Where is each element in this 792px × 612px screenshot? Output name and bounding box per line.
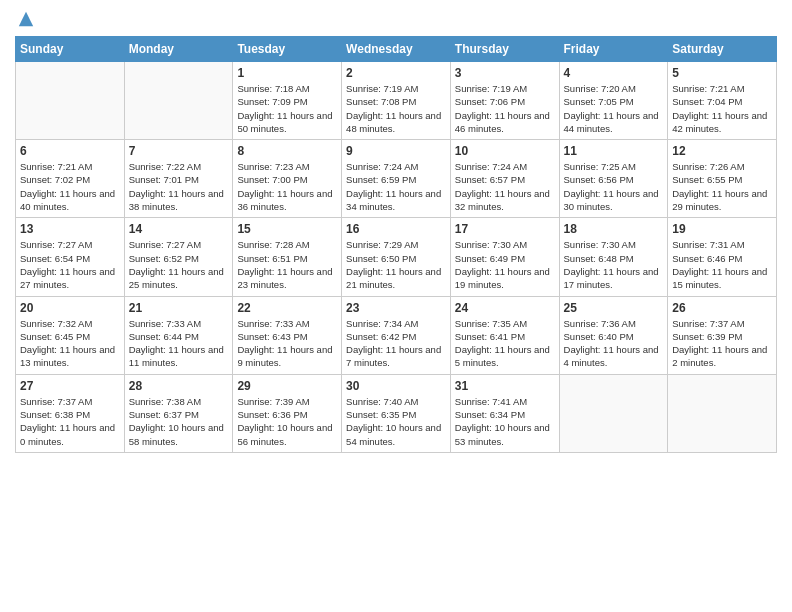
day-info: Sunrise: 7:22 AMSunset: 7:01 PMDaylight:… [129,160,229,213]
day-number: 13 [20,222,120,236]
page-header [15,10,777,28]
calendar-day-cell: 21Sunrise: 7:33 AMSunset: 6:44 PMDayligh… [124,296,233,374]
day-info: Sunrise: 7:21 AMSunset: 7:02 PMDaylight:… [20,160,120,213]
day-info: Sunrise: 7:28 AMSunset: 6:51 PMDaylight:… [237,238,337,291]
day-number: 19 [672,222,772,236]
day-info: Sunrise: 7:34 AMSunset: 6:42 PMDaylight:… [346,317,446,370]
day-number: 24 [455,301,555,315]
day-number: 29 [237,379,337,393]
svg-marker-0 [19,12,33,26]
day-info: Sunrise: 7:27 AMSunset: 6:52 PMDaylight:… [129,238,229,291]
day-info: Sunrise: 7:31 AMSunset: 6:46 PMDaylight:… [672,238,772,291]
calendar-day-cell: 31Sunrise: 7:41 AMSunset: 6:34 PMDayligh… [450,374,559,452]
calendar-day-cell: 10Sunrise: 7:24 AMSunset: 6:57 PMDayligh… [450,140,559,218]
day-info: Sunrise: 7:27 AMSunset: 6:54 PMDaylight:… [20,238,120,291]
day-info: Sunrise: 7:33 AMSunset: 6:44 PMDaylight:… [129,317,229,370]
calendar-week-row: 20Sunrise: 7:32 AMSunset: 6:45 PMDayligh… [16,296,777,374]
day-number: 17 [455,222,555,236]
calendar-week-row: 13Sunrise: 7:27 AMSunset: 6:54 PMDayligh… [16,218,777,296]
day-number: 22 [237,301,337,315]
day-info: Sunrise: 7:20 AMSunset: 7:05 PMDaylight:… [564,82,664,135]
calendar-day-header: Friday [559,37,668,62]
calendar-day-cell: 25Sunrise: 7:36 AMSunset: 6:40 PMDayligh… [559,296,668,374]
calendar-day-cell: 13Sunrise: 7:27 AMSunset: 6:54 PMDayligh… [16,218,125,296]
day-number: 28 [129,379,229,393]
day-info: Sunrise: 7:25 AMSunset: 6:56 PMDaylight:… [564,160,664,213]
calendar-day-cell: 12Sunrise: 7:26 AMSunset: 6:55 PMDayligh… [668,140,777,218]
calendar-header-row: SundayMondayTuesdayWednesdayThursdayFrid… [16,37,777,62]
day-info: Sunrise: 7:29 AMSunset: 6:50 PMDaylight:… [346,238,446,291]
day-info: Sunrise: 7:41 AMSunset: 6:34 PMDaylight:… [455,395,555,448]
logo [15,10,35,28]
day-number: 21 [129,301,229,315]
day-info: Sunrise: 7:37 AMSunset: 6:38 PMDaylight:… [20,395,120,448]
day-number: 10 [455,144,555,158]
calendar-week-row: 27Sunrise: 7:37 AMSunset: 6:38 PMDayligh… [16,374,777,452]
logo-icon [17,10,35,28]
day-info: Sunrise: 7:38 AMSunset: 6:37 PMDaylight:… [129,395,229,448]
calendar-day-cell: 23Sunrise: 7:34 AMSunset: 6:42 PMDayligh… [342,296,451,374]
day-number: 31 [455,379,555,393]
calendar-day-header: Wednesday [342,37,451,62]
day-number: 18 [564,222,664,236]
day-number: 14 [129,222,229,236]
day-number: 16 [346,222,446,236]
calendar-day-cell: 9Sunrise: 7:24 AMSunset: 6:59 PMDaylight… [342,140,451,218]
calendar-day-header: Thursday [450,37,559,62]
calendar-day-cell: 7Sunrise: 7:22 AMSunset: 7:01 PMDaylight… [124,140,233,218]
day-number: 12 [672,144,772,158]
day-info: Sunrise: 7:39 AMSunset: 6:36 PMDaylight:… [237,395,337,448]
day-number: 5 [672,66,772,80]
day-info: Sunrise: 7:23 AMSunset: 7:00 PMDaylight:… [237,160,337,213]
calendar-day-cell: 29Sunrise: 7:39 AMSunset: 6:36 PMDayligh… [233,374,342,452]
calendar-day-header: Tuesday [233,37,342,62]
day-info: Sunrise: 7:32 AMSunset: 6:45 PMDaylight:… [20,317,120,370]
day-number: 27 [20,379,120,393]
day-number: 7 [129,144,229,158]
calendar-day-cell [668,374,777,452]
calendar-day-cell: 2Sunrise: 7:19 AMSunset: 7:08 PMDaylight… [342,62,451,140]
day-info: Sunrise: 7:36 AMSunset: 6:40 PMDaylight:… [564,317,664,370]
calendar-day-cell: 8Sunrise: 7:23 AMSunset: 7:00 PMDaylight… [233,140,342,218]
calendar-day-cell [16,62,125,140]
calendar-day-header: Saturday [668,37,777,62]
day-info: Sunrise: 7:30 AMSunset: 6:49 PMDaylight:… [455,238,555,291]
day-number: 2 [346,66,446,80]
day-number: 23 [346,301,446,315]
calendar-day-cell [559,374,668,452]
day-number: 30 [346,379,446,393]
day-info: Sunrise: 7:21 AMSunset: 7:04 PMDaylight:… [672,82,772,135]
calendar-day-cell: 1Sunrise: 7:18 AMSunset: 7:09 PMDaylight… [233,62,342,140]
calendar-day-cell: 11Sunrise: 7:25 AMSunset: 6:56 PMDayligh… [559,140,668,218]
day-info: Sunrise: 7:30 AMSunset: 6:48 PMDaylight:… [564,238,664,291]
calendar-day-cell: 6Sunrise: 7:21 AMSunset: 7:02 PMDaylight… [16,140,125,218]
calendar-week-row: 1Sunrise: 7:18 AMSunset: 7:09 PMDaylight… [16,62,777,140]
day-info: Sunrise: 7:24 AMSunset: 6:57 PMDaylight:… [455,160,555,213]
calendar-day-cell: 15Sunrise: 7:28 AMSunset: 6:51 PMDayligh… [233,218,342,296]
calendar-day-cell: 20Sunrise: 7:32 AMSunset: 6:45 PMDayligh… [16,296,125,374]
day-number: 25 [564,301,664,315]
day-number: 6 [20,144,120,158]
calendar-table: SundayMondayTuesdayWednesdayThursdayFrid… [15,36,777,453]
day-info: Sunrise: 7:40 AMSunset: 6:35 PMDaylight:… [346,395,446,448]
day-info: Sunrise: 7:19 AMSunset: 7:06 PMDaylight:… [455,82,555,135]
day-number: 9 [346,144,446,158]
calendar-day-cell: 26Sunrise: 7:37 AMSunset: 6:39 PMDayligh… [668,296,777,374]
day-info: Sunrise: 7:35 AMSunset: 6:41 PMDaylight:… [455,317,555,370]
day-info: Sunrise: 7:37 AMSunset: 6:39 PMDaylight:… [672,317,772,370]
day-info: Sunrise: 7:18 AMSunset: 7:09 PMDaylight:… [237,82,337,135]
day-info: Sunrise: 7:26 AMSunset: 6:55 PMDaylight:… [672,160,772,213]
calendar-day-cell: 18Sunrise: 7:30 AMSunset: 6:48 PMDayligh… [559,218,668,296]
day-info: Sunrise: 7:19 AMSunset: 7:08 PMDaylight:… [346,82,446,135]
calendar-day-cell: 24Sunrise: 7:35 AMSunset: 6:41 PMDayligh… [450,296,559,374]
day-number: 20 [20,301,120,315]
calendar-day-header: Monday [124,37,233,62]
calendar-week-row: 6Sunrise: 7:21 AMSunset: 7:02 PMDaylight… [16,140,777,218]
day-number: 26 [672,301,772,315]
day-number: 4 [564,66,664,80]
calendar-day-cell: 30Sunrise: 7:40 AMSunset: 6:35 PMDayligh… [342,374,451,452]
day-number: 15 [237,222,337,236]
calendar-day-header: Sunday [16,37,125,62]
calendar-day-cell: 22Sunrise: 7:33 AMSunset: 6:43 PMDayligh… [233,296,342,374]
day-info: Sunrise: 7:24 AMSunset: 6:59 PMDaylight:… [346,160,446,213]
